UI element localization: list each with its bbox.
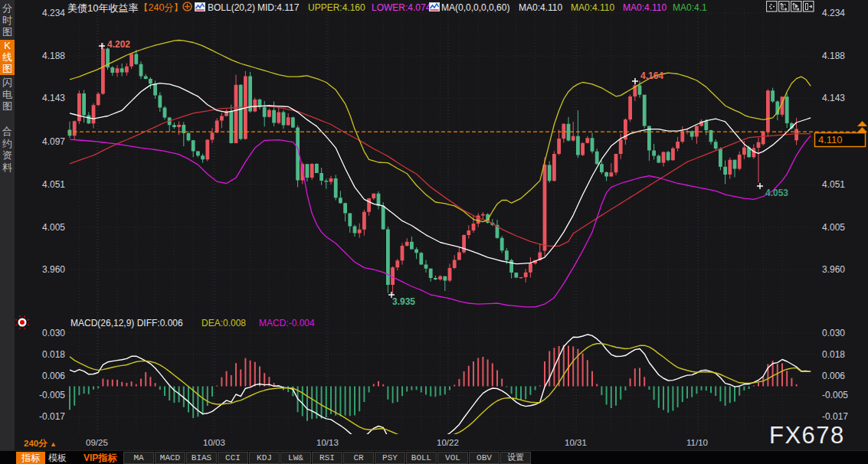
svg-text:4.164: 4.164 (640, 70, 663, 81)
svg-text:4.053: 4.053 (765, 188, 788, 198)
svg-text:4.188: 4.188 (822, 51, 845, 61)
svg-text:4.005: 4.005 (42, 222, 65, 233)
svg-text:-0.005: -0.005 (822, 390, 848, 400)
svg-text:0.018: 0.018 (822, 349, 845, 360)
svg-text:4.202: 4.202 (107, 39, 130, 50)
svg-text:4.097: 4.097 (42, 136, 65, 147)
svg-text:3.960: 3.960 (822, 264, 845, 275)
svg-text:0.018: 0.018 (42, 349, 65, 360)
svg-text:4.110: 4.110 (818, 134, 843, 145)
svg-text:-0.017: -0.017 (39, 411, 65, 422)
svg-text:4.051: 4.051 (42, 179, 65, 190)
svg-text:4.005: 4.005 (822, 222, 845, 233)
svg-text:-0.005: -0.005 (39, 390, 65, 400)
svg-text:4.188: 4.188 (42, 51, 65, 61)
svg-text:0.006: 0.006 (822, 371, 845, 381)
svg-text:4.143: 4.143 (42, 93, 65, 103)
svg-text:-0.017: -0.017 (822, 411, 848, 422)
svg-text:MACD(26,12,9) DIFF:0.006 DEA:0: MACD(26,12,9) DIFF:0.006 DEA:0.008 MACD:… (70, 318, 315, 328)
svg-text:0.030: 0.030 (42, 328, 65, 338)
svg-text:0.030: 0.030 (822, 328, 845, 338)
svg-text:0.006: 0.006 (42, 371, 65, 381)
svg-text:4.143: 4.143 (822, 93, 845, 103)
svg-text:3.935: 3.935 (392, 296, 415, 307)
svg-text:3.960: 3.960 (42, 264, 65, 275)
svg-text:4.051: 4.051 (822, 179, 845, 190)
